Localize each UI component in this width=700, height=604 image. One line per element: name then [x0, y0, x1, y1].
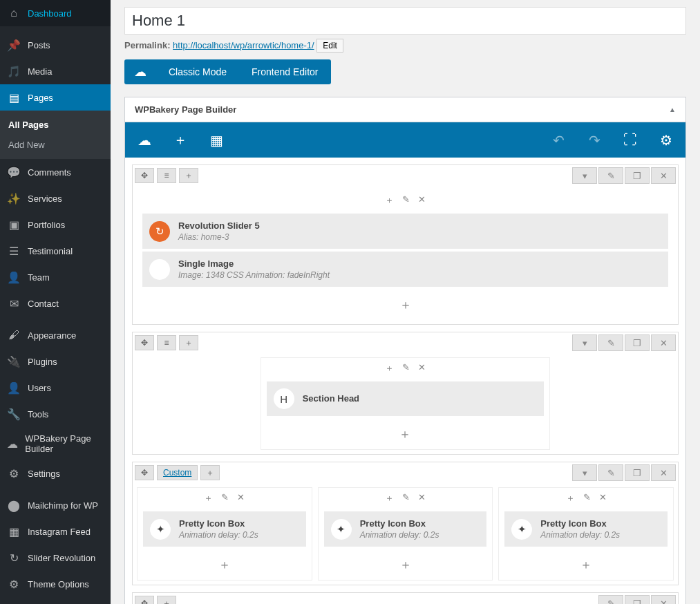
- element-icon-box[interactable]: ✦Pretty Icon BoxAnimation delay: 0.2s: [143, 511, 306, 547]
- element-single-image[interactable]: Single ImageImage: 1348 CSS Animation: f…: [142, 252, 668, 287]
- frontend-editor-button[interactable]: Frontend Editor: [239, 59, 331, 84]
- menu-users[interactable]: 👤Users: [0, 375, 111, 401]
- col-delete-icon[interactable]: ✕: [234, 492, 247, 504]
- col-add-bottom-icon[interactable]: ＋: [261, 419, 550, 449]
- menu-theme-options[interactable]: ⚙Theme Options: [0, 571, 111, 597]
- pin-icon: 📌: [7, 38, 21, 52]
- col-add-bottom-icon[interactable]: ＋: [138, 549, 312, 580]
- element-section-head[interactable]: H Section Head: [267, 381, 545, 416]
- col-add-icon[interactable]: ＋: [563, 492, 578, 504]
- menu-comments[interactable]: 💬Comments: [0, 159, 111, 185]
- col-delete-icon[interactable]: ✕: [415, 194, 428, 207]
- col-edit-icon[interactable]: ✎: [218, 492, 231, 504]
- row-move-icon[interactable]: ✥: [135, 596, 154, 604]
- row-add-icon[interactable]: ＋: [157, 596, 176, 604]
- menu-mailchimp[interactable]: ⬤Mailchimp for WP: [0, 492, 111, 518]
- menu-pages[interactable]: ▤Pages: [0, 84, 111, 111]
- element-revolution-slider[interactable]: ↻ Revolution Slider 5Alias: home-3: [142, 214, 668, 249]
- row-move-icon[interactable]: ✥: [135, 465, 154, 480]
- col-delete-icon[interactable]: ✕: [415, 362, 428, 375]
- row-delete-icon[interactable]: ✕: [651, 464, 676, 481]
- row-clone-icon[interactable]: ❐: [625, 595, 650, 604]
- gear-icon: ⚙: [7, 577, 21, 591]
- wrench-icon: 🔧: [7, 407, 21, 421]
- row-delete-icon[interactable]: ✕: [651, 167, 676, 184]
- users-icon: 👤: [7, 381, 21, 395]
- undo-icon[interactable]: ↶: [550, 132, 567, 149]
- editor-mode-bar: ☁ Classic Mode Frontend Editor: [124, 59, 331, 84]
- panel-toggle-icon[interactable]: ▲: [669, 106, 676, 113]
- testimonial-icon: ☰: [7, 244, 21, 258]
- col-add-icon[interactable]: ＋: [201, 492, 216, 504]
- col-delete-icon[interactable]: ✕: [415, 492, 428, 504]
- menu-instagram[interactable]: ▦Instagram Feed: [0, 518, 111, 545]
- row-move-icon[interactable]: ✥: [135, 335, 154, 350]
- element-icon-box[interactable]: ✦Pretty Icon BoxAnimation delay: 0.2s: [324, 511, 487, 547]
- menu-media[interactable]: 🎵Media: [0, 58, 111, 84]
- menu-wpbakery[interactable]: ☁WPBakery Page Builder: [0, 427, 111, 460]
- row-custom-link[interactable]: Custom: [157, 465, 198, 480]
- row-add-icon[interactable]: ＋: [200, 465, 220, 480]
- row-clone-icon[interactable]: ❐: [625, 464, 650, 481]
- menu-tools[interactable]: 🔧Tools: [0, 401, 111, 427]
- menu-team[interactable]: 👤Team: [0, 264, 111, 290]
- row-add-icon[interactable]: ＋: [179, 168, 198, 183]
- add-element-icon[interactable]: ＋: [172, 131, 189, 149]
- row-clone-icon[interactable]: ❐: [625, 334, 650, 351]
- page-title-input[interactable]: [124, 7, 686, 35]
- row-toggle-icon[interactable]: ▾: [572, 167, 597, 184]
- row-edit-icon[interactable]: ✎: [598, 334, 623, 351]
- menu-slider-rev[interactable]: ↻Slider Revolution: [0, 545, 111, 571]
- fullscreen-icon[interactable]: ⛶: [622, 132, 638, 148]
- row-layout-icon[interactable]: ≡: [157, 168, 176, 183]
- menu-contact[interactable]: ✉Contact: [0, 290, 111, 317]
- settings-icon[interactable]: ⚙: [658, 132, 674, 149]
- vc-row: ✥ Custom ＋ ▾ ✎ ❐ ✕ ＋✎✕ ✦Pretty Icon BoxA…: [132, 462, 679, 585]
- row-move-icon[interactable]: ✥: [135, 168, 154, 183]
- row-toggle-icon[interactable]: ▾: [572, 334, 597, 351]
- row-delete-icon[interactable]: ✕: [651, 595, 676, 604]
- classic-mode-button[interactable]: Classic Mode: [156, 59, 239, 84]
- menu-posts[interactable]: 📌Posts: [0, 32, 111, 58]
- menu-collapse[interactable]: ◀Collapse menu: [0, 597, 111, 604]
- row-toggle-icon[interactable]: ▾: [572, 464, 597, 481]
- row-layout-icon[interactable]: ≡: [157, 335, 176, 350]
- element-icon-box[interactable]: ✦Pretty Icon BoxAnimation delay: 0.2s: [504, 511, 668, 547]
- menu-portfolios[interactable]: ▣Portfolios: [0, 211, 111, 238]
- dashboard-icon: ⌂: [7, 6, 21, 20]
- pages-icon: ▤: [7, 91, 21, 104]
- menu-plugins[interactable]: 🔌Plugins: [0, 348, 111, 375]
- col-edit-icon[interactable]: ✎: [399, 492, 413, 504]
- redo-icon[interactable]: ↷: [586, 132, 603, 149]
- col-delete-icon[interactable]: ✕: [596, 492, 609, 504]
- permalink-link[interactable]: http://localhost/wp/arrowtic/home-1/: [173, 40, 314, 50]
- col-add-bottom-icon[interactable]: ＋: [319, 549, 493, 580]
- col-edit-icon[interactable]: ✎: [399, 194, 413, 207]
- row-clone-icon[interactable]: ❐: [625, 167, 650, 184]
- col-add-bottom-icon[interactable]: ＋: [499, 549, 673, 580]
- col-edit-icon[interactable]: ✎: [399, 362, 413, 375]
- col-add-icon[interactable]: ＋: [382, 362, 397, 375]
- submenu-all-pages[interactable]: All Pages: [0, 115, 111, 135]
- row-edit-icon[interactable]: ✎: [598, 595, 623, 604]
- main-content: Permalink: http://localhost/wp/arrowtic/…: [111, 0, 700, 604]
- col-add-icon[interactable]: ＋: [382, 194, 397, 207]
- menu-dashboard[interactable]: ⌂Dashboard: [0, 0, 111, 26]
- submenu-add-new[interactable]: Add New: [0, 135, 111, 155]
- row-delete-icon[interactable]: ✕: [651, 334, 676, 351]
- media-icon: 🎵: [7, 64, 21, 78]
- col-edit-icon[interactable]: ✎: [580, 492, 594, 504]
- permalink-edit-button[interactable]: Edit: [316, 39, 343, 53]
- row-add-icon[interactable]: ＋: [179, 335, 198, 350]
- menu-testimonial[interactable]: ☰Testimonial: [0, 238, 111, 264]
- row-edit-icon[interactable]: ✎: [598, 167, 623, 184]
- row-edit-icon[interactable]: ✎: [598, 464, 623, 481]
- templates-icon[interactable]: ▦: [208, 132, 225, 149]
- brush-icon: 🖌: [7, 328, 21, 342]
- menu-services[interactable]: ✨Services: [0, 185, 111, 211]
- menu-appearance[interactable]: 🖌Appearance: [0, 322, 111, 348]
- menu-settings[interactable]: ⚙Settings: [0, 460, 111, 487]
- revslider-icon: ↻: [149, 221, 170, 242]
- col-add-bottom-icon[interactable]: ＋: [137, 290, 674, 320]
- col-add-icon[interactable]: ＋: [382, 492, 397, 504]
